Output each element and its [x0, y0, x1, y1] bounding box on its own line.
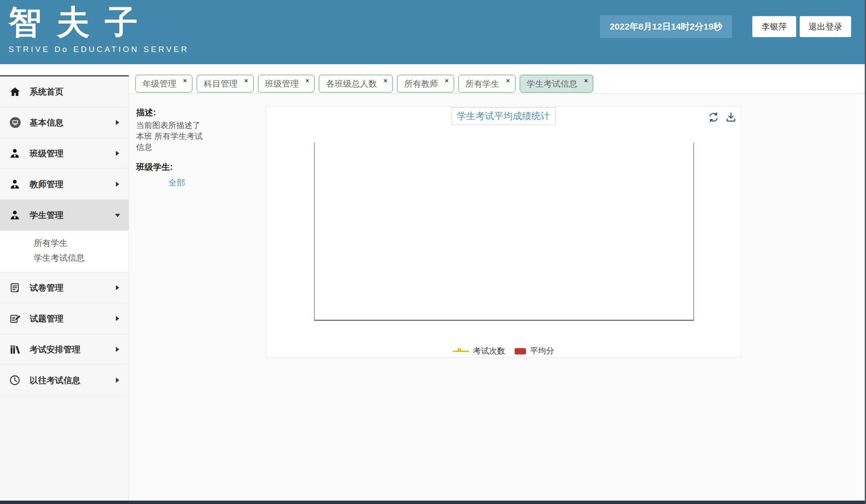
- tab-label: 所有教师: [404, 78, 438, 90]
- chart-plot-area: [314, 143, 694, 321]
- sidebar-item-label: 班级管理: [30, 148, 63, 159]
- sidebar-item-label: 试卷管理: [30, 282, 63, 294]
- sidebar-item-label: 试题管理: [30, 313, 63, 324]
- tab-bar: 年级管理×科目管理×班级管理×各班级总人数×所有教师×所有学生×学生考试信息×: [129, 64, 865, 94]
- chart-title: 学生考试平均成绩统计: [452, 107, 556, 125]
- sidebar-item-label: 基本信息: [30, 117, 63, 128]
- chevron-right-icon: [116, 182, 119, 187]
- sidebar: 系统首页基本信息班级管理教师管理学生管理所有学生学生考试信息试卷管理试题管理考试…: [0, 75, 129, 501]
- window-bottom-edge: [0, 501, 866, 504]
- edit-icon: [9, 313, 23, 324]
- tab-label: 班级管理: [265, 78, 299, 90]
- sidebar-subitem[interactable]: 所有学生: [0, 236, 129, 251]
- sidebar-item[interactable]: 班级管理: [0, 138, 129, 169]
- sidebar-item[interactable]: 系统首页: [0, 76, 129, 107]
- tab[interactable]: 学生考试信息×: [520, 75, 594, 93]
- tab-label: 科目管理: [204, 78, 238, 90]
- close-icon[interactable]: ×: [244, 77, 248, 84]
- legend-item[interactable]: 考试次数: [453, 346, 505, 357]
- sidebar-item-label: 以往考试信息: [30, 375, 80, 386]
- tab[interactable]: 班级管理×: [258, 75, 315, 93]
- close-icon[interactable]: ×: [445, 77, 449, 84]
- description-text: 当前图表所描述了本班 所有学生考试信息: [136, 120, 203, 153]
- chevron-right-icon: [116, 378, 119, 383]
- tab-label: 各班级总人数: [326, 78, 377, 90]
- sidebar-menu: 系统首页基本信息班级管理教师管理学生管理所有学生学生考试信息试卷管理试题管理考试…: [0, 76, 129, 396]
- legend-label: 考试次数: [473, 346, 505, 357]
- tab-label: 学生考试信息: [527, 78, 578, 90]
- description-label: 描述:: [136, 107, 208, 118]
- class-all-link[interactable]: 全部: [168, 177, 185, 188]
- description-panel: 描述: 当前图表所描述了本班 所有学生考试信息 班级学生: 全部: [136, 107, 208, 188]
- legend-bar-marker: [515, 348, 526, 354]
- chevron-right-icon: [116, 316, 119, 321]
- chevron-right-icon: [116, 151, 119, 156]
- sidebar-item-label: 考试安排管理: [30, 344, 80, 355]
- logo-title: 智夫子: [8, 1, 189, 43]
- sidebar-item[interactable]: 教师管理: [0, 169, 129, 200]
- logout-button[interactable]: 退出登录: [800, 16, 851, 37]
- tab[interactable]: 所有学生×: [458, 75, 515, 93]
- sidebar-item-label: 教师管理: [30, 179, 63, 190]
- sidebar-item[interactable]: 学生管理: [0, 200, 129, 231]
- tab[interactable]: 年级管理×: [135, 75, 192, 93]
- refresh-icon[interactable]: [708, 112, 719, 123]
- sidebar-subitem[interactable]: 学生考试信息: [0, 251, 129, 265]
- monitor-icon: [9, 117, 23, 128]
- sidebar-item[interactable]: 考试安排管理: [0, 334, 129, 365]
- sidebar-submenu: 所有学生学生考试信息: [0, 231, 129, 272]
- legend-line-marker: [453, 351, 469, 352]
- class-students-label: 班级学生:: [136, 161, 208, 173]
- person-icon: [9, 210, 23, 221]
- sidebar-item[interactable]: 基本信息: [0, 107, 129, 138]
- sidebar-item[interactable]: 试卷管理: [0, 272, 129, 303]
- chevron-down-icon: [115, 214, 120, 217]
- close-icon[interactable]: ×: [584, 77, 588, 84]
- legend-label: 平均分: [530, 346, 554, 357]
- tab-label: 所有学生: [466, 78, 499, 90]
- clock-icon: [9, 375, 23, 386]
- chart-card: 学生考试平均成绩统计 考试次数平均分: [266, 106, 741, 358]
- document-icon: [9, 282, 23, 293]
- logo-subtitle: STRIVE Do EDUCATION SERVER: [8, 45, 189, 54]
- close-icon[interactable]: ×: [306, 77, 310, 84]
- legend-item[interactable]: 平均分: [515, 346, 554, 357]
- app-header: 智夫子 STRIVE Do EDUCATION SERVER 2022年8月12…: [0, 0, 866, 64]
- sidebar-item-label: 系统首页: [30, 86, 63, 98]
- person-icon: [9, 179, 23, 190]
- tab-label: 年级管理: [143, 78, 176, 90]
- tab[interactable]: 科目管理×: [197, 75, 254, 93]
- home-icon: [9, 86, 23, 98]
- tab[interactable]: 所有教师×: [397, 75, 454, 93]
- datetime-display: 2022年8月12日14时2分19秒: [600, 15, 732, 38]
- close-icon[interactable]: ×: [506, 77, 510, 84]
- tab[interactable]: 各班级总人数×: [319, 75, 393, 93]
- sidebar-item[interactable]: 试题管理: [0, 303, 129, 334]
- app-logo: 智夫子 STRIVE Do EDUCATION SERVER: [8, 1, 189, 54]
- main-area: 年级管理×科目管理×班级管理×各班级总人数×所有教师×所有学生×学生考试信息× …: [129, 64, 865, 501]
- chevron-right-icon: [116, 285, 119, 290]
- download-icon[interactable]: [725, 112, 737, 123]
- chart-legend: 考试次数平均分: [266, 346, 741, 357]
- sidebar-item[interactable]: 以往考试信息: [0, 365, 129, 396]
- close-icon[interactable]: ×: [183, 77, 187, 84]
- close-icon[interactable]: ×: [384, 77, 387, 84]
- chevron-right-icon: [116, 120, 119, 125]
- username-button[interactable]: 李银萍: [752, 16, 796, 37]
- sidebar-item-label: 学生管理: [30, 210, 63, 221]
- person-icon: [9, 148, 23, 159]
- books-icon: [9, 344, 23, 355]
- chevron-right-icon: [116, 347, 119, 352]
